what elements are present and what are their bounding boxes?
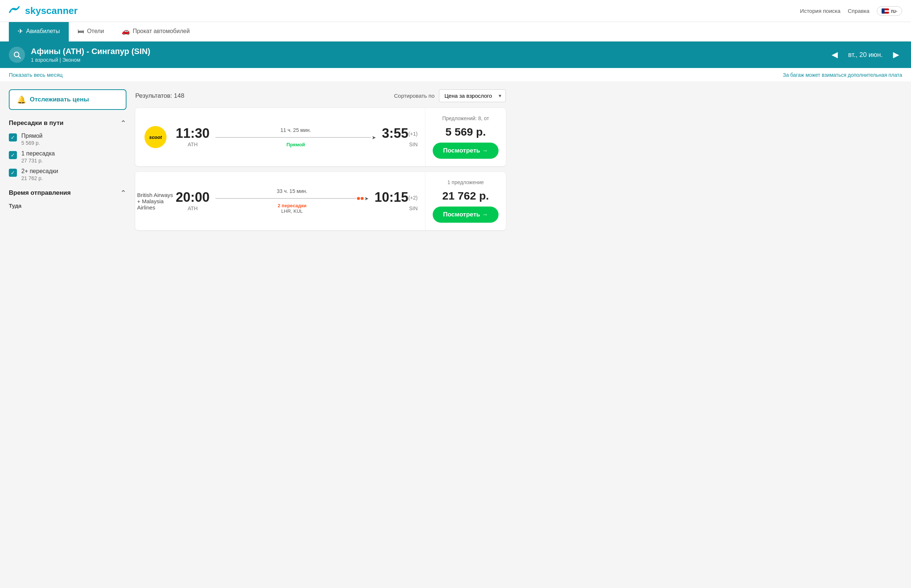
stops-filter-header: Пересадки в пути ⌃: [9, 119, 126, 128]
price-block-1: Предложений: 8, от 5 569 р. Посмотреть →: [425, 108, 506, 166]
svg-line-1: [18, 56, 20, 58]
stop-airports-2: LHR, KUL: [281, 208, 303, 214]
depart-time-1: 11:30: [176, 127, 210, 140]
price-block-2: 1 предложение 21 762 р. Посмотреть →: [425, 172, 506, 230]
tabs-bar: ✈ Авиабилеты 🛏 Отели 🚗 Прокат автомобиле…: [0, 22, 911, 42]
track-prices-label: Отслеживать цены: [30, 96, 89, 103]
logo: skyscanner: [9, 5, 78, 17]
airline-name-2: British Airways + Malaysia Airlines: [137, 192, 174, 211]
price-2: 21 762 р.: [442, 190, 489, 202]
header: skyscanner История поиска Справка ru-: [0, 0, 911, 22]
history-link[interactable]: История поиска: [800, 8, 840, 14]
arrive-offset-2: (+2): [408, 195, 417, 201]
depart-airport-1: ATH: [176, 142, 210, 147]
view-button-2[interactable]: Посмотреть →: [433, 207, 498, 223]
arrival-block-1: 3:55(+1) SIN: [382, 127, 417, 147]
direct-price: 5 569 р.: [21, 140, 43, 146]
flag-icon: [882, 8, 889, 14]
arrive-airport-1: SIN: [382, 142, 417, 147]
stop-dot-2: [361, 197, 364, 200]
results-header: Результатов: 148 Сортировать по Цена за …: [135, 89, 506, 102]
arrival-block-2: 10:15(+2) SIN: [375, 191, 417, 211]
airline-logo-2: British Airways + Malaysia Airlines: [142, 192, 168, 210]
lang-text: ru-: [891, 8, 897, 14]
subheader: Показать весь месяц За багаж может взима…: [0, 68, 911, 82]
1stop-checkbox[interactable]: ✓: [9, 151, 17, 159]
search-bar: Афины (ATH) - Сингапур (SIN) 1 взрослый …: [0, 42, 911, 68]
offers-label-1: Предложений: 8, от: [442, 115, 489, 121]
duration-block-2: 33 ч. 15 мин. ➤ 2 пересадки LHR, KUL: [215, 188, 369, 214]
filter-item-1stop: ✓ 1 пересадка 27 731 р.: [9, 150, 126, 163]
tab-hotels-label: Отели: [87, 28, 104, 34]
arrow-icon-1: ➤: [372, 134, 376, 141]
arrow-icon-2: ➤: [364, 195, 369, 201]
arrive-offset-1: (+1): [408, 131, 417, 137]
view-button-1[interactable]: Посмотреть →: [433, 142, 498, 159]
search-route: Афины (ATH) - Сингапур (SIN): [31, 47, 150, 56]
1stop-label: 1 пересадка: [21, 150, 55, 157]
sidebar: 🔔 Отслеживать цены Пересадки в пути ⌃ ✓ …: [9, 89, 126, 236]
tab-flights-label: Авиабилеты: [26, 28, 60, 34]
offers-label-2: 1 предложение: [447, 179, 484, 185]
departure-filter-header: Время отправления ⌃: [9, 189, 126, 197]
search-details: 1 взрослый | Эконом: [31, 57, 150, 63]
flight-class: Эконом: [62, 57, 80, 63]
results-count: Результатов: 148: [135, 92, 184, 100]
stop-label-2: 2 пересадки: [278, 203, 306, 208]
direct-label: Прямой: [21, 132, 43, 139]
departure-sub-label: Туда: [9, 202, 126, 209]
2stop-checkbox[interactable]: ✓: [9, 169, 17, 177]
results: Результатов: 148 Сортировать по Цена за …: [135, 89, 506, 236]
2stop-label: 2+ пересадки: [21, 168, 58, 174]
flight-main-2: British Airways + Malaysia Airlines 20:0…: [135, 172, 425, 230]
search-left: Афины (ATH) - Сингапур (SIN) 1 взрослый …: [9, 47, 150, 63]
direct-checkbox[interactable]: ✓: [9, 133, 17, 142]
cars-icon: 🚗: [122, 27, 130, 35]
sort-label: Сортировать по: [394, 93, 435, 99]
1stop-price: 27 731 р.: [21, 158, 55, 163]
departure-filter-toggle[interactable]: ⌃: [120, 189, 126, 197]
scoot-logo: scoot: [144, 126, 167, 148]
next-date-button[interactable]: ▶: [890, 48, 902, 61]
sort-dropdown-wrapper: Цена за взрослого: [439, 89, 506, 102]
depart-block-1: 11:30 ATH: [176, 127, 210, 147]
tab-flights[interactable]: ✈ Авиабилеты: [9, 22, 69, 42]
passenger-count: 1 взрослый: [31, 57, 58, 63]
depart-airport-2: ATH: [176, 205, 210, 211]
departure-filter-title: Время отправления: [9, 189, 71, 197]
header-right: История поиска Справка ru-: [800, 6, 902, 16]
search-edit-button[interactable]: [9, 47, 25, 63]
hotels-icon: 🛏: [78, 27, 84, 35]
search-nav: ◀ вт., 20 июн. ▶: [828, 48, 902, 61]
airline-logo-1: scoot: [142, 128, 168, 146]
stop-dot-1: [357, 197, 360, 200]
main-content: 🔔 Отслеживать цены Пересадки в пути ⌃ ✓ …: [0, 82, 515, 243]
logo-icon: [9, 5, 22, 17]
flight-main-1: scoot 11:30 ATH 11 ч. 25 мин. ➤ Прямой: [135, 108, 425, 166]
stops-filter-title: Пересадки в пути: [9, 120, 64, 127]
duration-line-2: ➤: [215, 195, 369, 201]
search-info: Афины (ATH) - Сингапур (SIN) 1 взрослый …: [31, 47, 150, 63]
stops-filter-toggle[interactable]: ⌃: [120, 119, 126, 128]
filter-item-direct: ✓ Прямой 5 569 р.: [9, 132, 126, 146]
prev-date-button[interactable]: ◀: [828, 48, 841, 61]
language-button[interactable]: ru-: [877, 6, 902, 16]
tab-cars[interactable]: 🚗 Прокат автомобилей: [113, 22, 199, 42]
arrive-time-2: 10:15: [375, 190, 408, 205]
2stop-price: 21 762 р.: [21, 175, 58, 181]
arrive-time-1: 3:55: [382, 126, 408, 141]
duration-line-1: ➤: [215, 134, 376, 141]
stops-filter: Пересадки в пути ⌃ ✓ Прямой 5 569 р. ✓ 1…: [9, 119, 126, 181]
flight-card-1: scoot 11:30 ATH 11 ч. 25 мин. ➤ Прямой: [135, 108, 506, 166]
departure-filter: Время отправления ⌃ Туда: [9, 189, 126, 209]
help-link[interactable]: Справка: [848, 8, 869, 14]
track-prices-button[interactable]: 🔔 Отслеживать цены: [9, 89, 126, 110]
tab-hotels[interactable]: 🛏 Отели: [69, 22, 113, 42]
sort-select[interactable]: Цена за взрослого: [439, 89, 506, 102]
duration-block-1: 11 ч. 25 мин. ➤ Прямой: [215, 127, 376, 147]
depart-block-2: 20:00 ATH: [176, 191, 210, 211]
show-month-link[interactable]: Показать весь месяц: [9, 72, 63, 78]
flight-times-1: 11:30 ATH 11 ч. 25 мин. ➤ Прямой 3:55(: [176, 127, 417, 147]
bell-icon: 🔔: [17, 95, 26, 104]
flight-card-2: British Airways + Malaysia Airlines 20:0…: [135, 172, 506, 230]
